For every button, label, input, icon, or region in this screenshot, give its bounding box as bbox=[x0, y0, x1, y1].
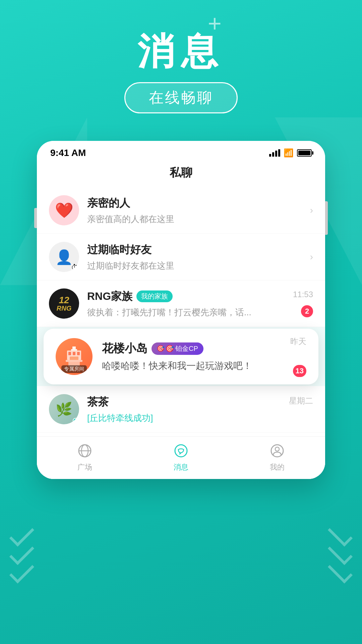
status-icons: 📶 bbox=[269, 148, 312, 158]
chat-time-chacha: 星期二 bbox=[289, 395, 313, 406]
svg-rect-6 bbox=[70, 357, 78, 360]
highlighted-wrapper: 专属房间 花楼小岛 🎯 铂金CP 哈喽哈喽！快来和我一起玩游戏吧！ bbox=[37, 327, 325, 386]
chat-name-chacha: 茶茶 bbox=[87, 395, 109, 410]
status-bar: 9:41 AM 📶 bbox=[37, 141, 325, 162]
nav-label-messages: 消息 bbox=[174, 462, 188, 472]
subtitle-badge: 在线畅聊 bbox=[124, 82, 238, 113]
chat-badge-hualou: 13 bbox=[293, 365, 306, 377]
svg-point-14 bbox=[275, 447, 279, 451]
nav-item-messages[interactable]: 消息 bbox=[174, 443, 188, 472]
svg-rect-0 bbox=[72, 346, 76, 349]
chacha-avatar-emoji: 🌿 bbox=[56, 401, 72, 417]
heart-icon: ❤️ bbox=[55, 202, 73, 219]
chevron-right-icon: › bbox=[310, 205, 313, 216]
chat-name-intimate: 亲密的人 bbox=[87, 196, 130, 211]
tag-rng: 我的家族 bbox=[136, 290, 173, 302]
chat-preview-intimate: 亲密值高的人都在这里 bbox=[87, 213, 255, 225]
avatar-expired: 👤 ⏱ bbox=[49, 242, 79, 272]
nav-mine-icon bbox=[270, 443, 285, 460]
target-icon: 🎯 bbox=[166, 344, 174, 353]
screen-title: 私聊 bbox=[37, 162, 325, 187]
avatar-label-hualou: 专属房间 bbox=[61, 365, 87, 373]
chat-time-rng: 11:53 bbox=[293, 290, 313, 299]
online-dot-hualou bbox=[86, 369, 92, 374]
subtitle-text: 在线畅聊 bbox=[149, 89, 213, 106]
chat-time-hualou: 昨天 bbox=[290, 336, 306, 347]
chat-item-chacha[interactable]: 🌿 茶茶 [丘比特牵线成功] 星期二 bbox=[37, 386, 325, 433]
avatar-intimate: ❤️ bbox=[49, 195, 79, 225]
chat-item-intimate[interactable]: ❤️ 亲密的人 亲密值高的人都在这里 › bbox=[37, 187, 325, 234]
person-clock-icon: 👤 bbox=[55, 249, 73, 265]
tower-svg-icon bbox=[66, 346, 82, 367]
svg-rect-1 bbox=[71, 349, 77, 351]
chat-item-expired[interactable]: 👤 ⏱ 过期临时好友 过期临时好友都在这里 › bbox=[37, 234, 325, 280]
page-title: 消息 bbox=[137, 27, 225, 77]
avatar-hualou: 专属房间 bbox=[56, 338, 93, 375]
clock-overlay-icon: ⏱ bbox=[71, 264, 78, 271]
chat-content-intimate: 亲密的人 亲密值高的人都在这里 bbox=[87, 196, 313, 225]
phone-side-button-right bbox=[325, 201, 328, 235]
signal-icon bbox=[269, 149, 280, 157]
top-section: + 消息 在线畅聊 bbox=[0, 0, 362, 113]
chat-name-expired: 过期临时好友 bbox=[87, 243, 152, 257]
phone-mockup: 9:41 AM 📶 私聊 ❤️ bbox=[37, 141, 325, 479]
nav-label-mine: 我的 bbox=[270, 462, 285, 472]
chat-preview-chacha: [丘比特牵线成功] bbox=[87, 412, 255, 424]
chevron-right-icon-2: › bbox=[310, 252, 313, 262]
bottom-nav: 广场 消息 我的 bbox=[37, 436, 325, 479]
svg-point-12 bbox=[175, 445, 187, 457]
nav-messages-icon bbox=[174, 443, 188, 460]
chat-content-rng: RNG家族 我的家族 彼执着：打曦先打嘴！打云樱先亲嘴，话... bbox=[87, 289, 313, 318]
nav-label-plaza: 广场 bbox=[77, 462, 92, 472]
chat-item-hualou[interactable]: 专属房间 花楼小岛 🎯 铂金CP 哈喽哈喽！快来和我一起玩游戏吧！ bbox=[44, 329, 318, 384]
avatar-chacha: 🌿 bbox=[49, 394, 79, 424]
tag-platinum: 🎯 铂金CP bbox=[152, 342, 203, 355]
chat-item-rng[interactable]: 12 RNG RNG家族 我的家族 彼执着：打曦先打嘴！打云樱先亲嘴，话... … bbox=[37, 280, 325, 327]
avatar-rng: 12 RNG bbox=[49, 288, 79, 319]
svg-rect-4 bbox=[73, 352, 75, 355]
chat-content-hualou: 花楼小岛 🎯 铂金CP 哈喽哈喽！快来和我一起玩游戏吧！ bbox=[102, 341, 306, 372]
chat-name-hualou: 花楼小岛 bbox=[102, 341, 147, 356]
svg-rect-5 bbox=[77, 352, 80, 355]
svg-rect-7 bbox=[66, 360, 82, 362]
status-time: 9:41 AM bbox=[50, 148, 86, 158]
chat-content-chacha: 茶茶 [丘比特牵线成功] bbox=[87, 395, 313, 424]
online-dot-chacha bbox=[73, 418, 78, 423]
wifi-icon: 📶 bbox=[284, 148, 294, 158]
phone-side-button-left bbox=[34, 208, 37, 228]
chat-badge-rng: 2 bbox=[301, 305, 313, 317]
phone-screen: 9:41 AM 📶 私聊 ❤️ bbox=[37, 141, 325, 479]
chat-list: ❤️ 亲密的人 亲密值高的人都在这里 › 👤 ⏱ 过期临 bbox=[37, 187, 325, 479]
bg-chevrons-left bbox=[10, 528, 34, 577]
nav-plaza-icon bbox=[77, 443, 92, 460]
svg-rect-3 bbox=[68, 352, 71, 355]
platinum-label: 铂金CP bbox=[175, 344, 198, 353]
nav-item-plaza[interactable]: 广场 bbox=[77, 443, 92, 472]
battery-icon bbox=[297, 149, 312, 157]
bg-chevrons-right bbox=[328, 528, 352, 577]
nav-item-mine[interactable]: 我的 bbox=[270, 443, 285, 472]
chat-content-expired: 过期临时好友 过期临时好友都在这里 bbox=[87, 243, 313, 272]
chat-name-rng: RNG家族 bbox=[87, 289, 132, 304]
chat-preview-hualou: 哈喽哈喽！快来和我一起玩游戏吧！ bbox=[102, 360, 269, 372]
chat-preview-expired: 过期临时好友都在这里 bbox=[87, 260, 255, 272]
chat-preview-rng: 彼执着：打曦先打嘴！打云樱先亲嘴，话... bbox=[87, 307, 255, 318]
